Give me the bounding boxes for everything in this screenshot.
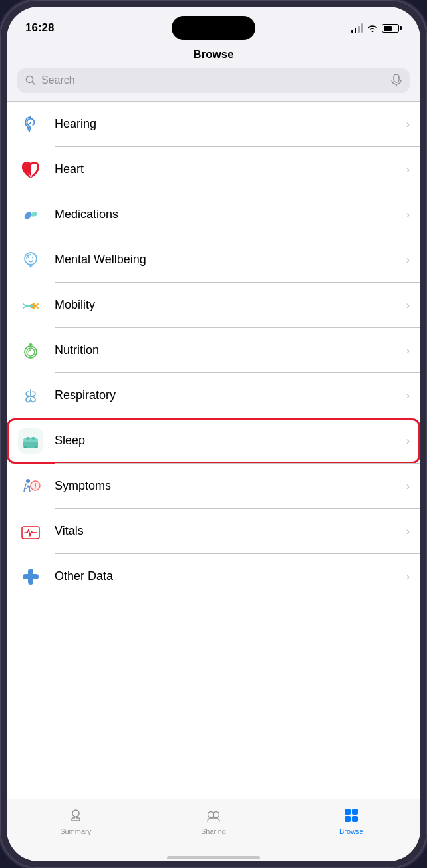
symptoms-icon	[17, 473, 44, 500]
svg-point-10	[28, 256, 29, 257]
chevron-icon: ›	[406, 299, 410, 311]
svg-point-13	[27, 348, 35, 356]
vitals-icon	[17, 518, 44, 545]
symptoms-label: Symptoms	[55, 479, 406, 493]
medications-label: Medications	[55, 208, 406, 221]
page-title: Browse	[7, 43, 420, 68]
svg-rect-28	[23, 574, 39, 579]
list-item[interactable]: Mental Wellbeing ›	[7, 237, 420, 283]
hearing-label: Hearing	[55, 117, 406, 131]
tab-summary[interactable]: Summary	[7, 806, 144, 835]
battery-icon	[382, 24, 402, 33]
chevron-icon: ›	[406, 390, 410, 402]
chevron-icon: ›	[406, 209, 410, 221]
list-item[interactable]: Heart ›	[7, 147, 420, 192]
chevron-icon: ›	[406, 525, 410, 537]
chevron-icon: ›	[406, 571, 410, 583]
sharing-tab-icon	[204, 806, 223, 825]
svg-rect-32	[352, 809, 358, 815]
svg-rect-17	[26, 437, 30, 440]
medications-icon	[17, 202, 44, 228]
home-bar	[167, 856, 260, 859]
chevron-icon: ›	[406, 345, 410, 357]
search-icon	[25, 75, 36, 86]
chevron-icon: ›	[406, 118, 410, 130]
list-item[interactable]: Symptoms ›	[7, 464, 420, 509]
svg-rect-19	[24, 446, 27, 448]
list-item[interactable]: Mobility ›	[7, 283, 420, 328]
tab-browse[interactable]: Browse	[283, 806, 420, 835]
summary-tab-icon	[67, 806, 85, 825]
mental-wellbeing-label: Mental Wellbeing	[55, 253, 406, 267]
phone-frame: 16:28	[0, 0, 427, 868]
heart-icon	[17, 156, 44, 183]
search-bar[interactable]: Search	[17, 68, 410, 93]
svg-point-11	[32, 256, 33, 257]
mobility-label: Mobility	[55, 298, 406, 312]
chevron-icon: ›	[406, 435, 410, 447]
svg-rect-16	[23, 438, 38, 442]
sleep-label: Sleep	[55, 434, 406, 448]
tab-sharing[interactable]: Sharing	[144, 806, 282, 835]
chevron-icon: ›	[406, 164, 410, 176]
nutrition-icon	[17, 337, 44, 364]
status-time: 16:28	[25, 21, 54, 35]
list-item[interactable]: Vitals ›	[7, 509, 420, 554]
home-indicator	[7, 856, 420, 861]
heart-label: Heart	[55, 162, 406, 176]
microphone-icon[interactable]	[391, 74, 402, 87]
mobility-icon	[17, 292, 44, 319]
mental-wellbeing-icon	[17, 247, 44, 273]
signal-strength-icon	[351, 23, 363, 33]
health-category-list: Hearing › Heart ›	[7, 101, 420, 799]
search-placeholder: Search	[41, 74, 386, 86]
svg-rect-33	[345, 816, 351, 822]
respiratory-icon	[17, 382, 44, 409]
status-icons	[351, 23, 402, 33]
vitals-label: Vitals	[55, 524, 406, 538]
hearing-icon	[17, 111, 44, 138]
summary-tab-label: Summary	[60, 827, 91, 835]
other-data-icon	[17, 563, 44, 590]
nutrition-label: Nutrition	[55, 343, 406, 357]
sleep-list-item[interactable]: Sleep ›	[7, 418, 420, 464]
svg-rect-20	[35, 446, 37, 448]
list-item[interactable]: Medications ›	[7, 192, 420, 237]
svg-point-5	[29, 130, 30, 131]
list-item[interactable]: Nutrition ›	[7, 328, 420, 373]
svg-line-1	[33, 82, 35, 85]
chevron-icon: ›	[406, 480, 410, 492]
svg-point-25	[35, 487, 36, 488]
list-item[interactable]: Respiratory ›	[7, 373, 420, 418]
sharing-tab-label: Sharing	[201, 827, 226, 835]
sleep-icon	[17, 428, 44, 454]
other-data-label: Other Data	[55, 569, 406, 583]
tab-bar: Summary Sharing	[7, 799, 420, 856]
browse-tab-label: Browse	[339, 827, 364, 835]
list-item[interactable]: Hearing ›	[7, 102, 420, 147]
chevron-icon: ›	[406, 254, 410, 266]
svg-rect-4	[18, 112, 43, 137]
browse-tab-icon	[342, 806, 360, 825]
list-item[interactable]: Other Data ›	[7, 554, 420, 599]
wifi-icon	[367, 24, 378, 32]
respiratory-label: Respiratory	[55, 388, 406, 402]
svg-rect-2	[394, 74, 399, 82]
search-bar-container: Search	[7, 68, 420, 101]
svg-rect-31	[345, 809, 351, 815]
svg-point-21	[26, 479, 30, 483]
svg-rect-34	[352, 816, 358, 822]
svg-rect-18	[31, 437, 35, 440]
phone-screen: 16:28	[7, 7, 420, 861]
dynamic-island	[172, 16, 255, 40]
